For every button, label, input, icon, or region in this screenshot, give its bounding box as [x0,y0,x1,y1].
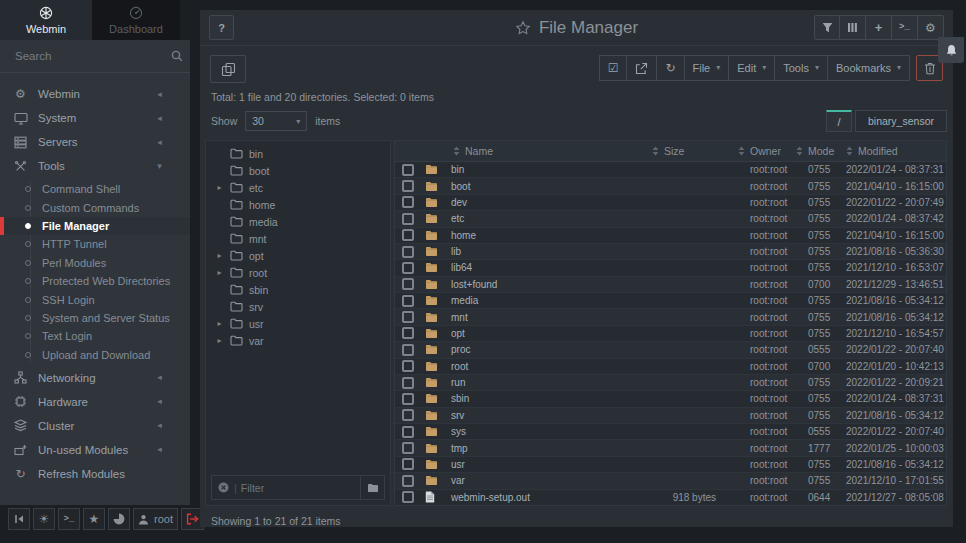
row-checkbox[interactable] [402,344,414,356]
tree-item-bin[interactable]: bin [206,145,390,162]
row-checkbox[interactable] [402,426,414,438]
sidebar-item-servers[interactable]: Servers◂ [0,130,190,154]
path-search-box[interactable]: binary_sensor [855,110,947,132]
row-checkbox[interactable] [402,311,414,323]
language-pie-button[interactable] [108,508,130,530]
tab-dashboard[interactable]: Dashboard [92,0,180,40]
row-checkbox[interactable] [402,213,414,225]
row-checkbox[interactable] [402,409,414,421]
tab-webmin[interactable]: Webmin [0,0,92,40]
chevron-right-icon[interactable]: ▸ [215,184,224,192]
row-checkbox[interactable] [402,246,414,258]
search-input[interactable] [13,49,171,63]
table-row-webmin-setup-out[interactable]: webmin-setup.out 918 bytes root:root 064… [395,490,946,506]
table-row-opt[interactable]: opt root:root 0755 2021/12/10 - 16:54:57 [395,326,946,342]
columns-button[interactable] [840,15,866,40]
row-checkbox[interactable] [402,458,414,470]
row-checkbox[interactable] [402,262,414,274]
tree-item-root[interactable]: ▸ root [206,264,390,281]
favorites-star-button[interactable]: ★ [83,508,105,530]
tree-item-etc[interactable]: ▸ etc [206,179,390,196]
filter-button[interactable] [814,15,840,40]
table-row-etc[interactable]: etc root:root 0755 2022/01/24 - 08:37:42 [395,211,946,227]
row-checkbox[interactable] [402,442,414,454]
user-button[interactable]: root [133,508,178,530]
menu-tools[interactable]: Tools▾ [774,55,827,81]
row-checkbox[interactable] [402,295,414,307]
sidebar-subitem-system-and-server-status[interactable]: System and Server Status [0,309,190,327]
table-row-proc[interactable]: proc root:root 0555 2022/01/22 - 20:07:4… [395,342,946,358]
clear-filter-icon[interactable] [218,482,229,493]
sidebar-subitem-upload-and-download[interactable]: Upload and Download [0,346,190,364]
notifications-tab[interactable] [938,37,964,63]
menu-file[interactable]: File▾ [684,55,729,81]
table-row-boot[interactable]: boot root:root 0755 2021/04/10 - 16:15:0… [395,178,946,194]
row-checkbox[interactable] [402,229,414,241]
column-header-size[interactable]: Size [634,145,722,157]
table-row-bin[interactable]: bin root:root 0755 2022/01/24 - 08:37:31 [395,162,946,178]
row-checkbox[interactable] [402,377,414,389]
tree-item-srv[interactable]: srv [206,298,390,315]
menu-bookmarks[interactable]: Bookmarks▾ [827,55,910,81]
table-row-sys[interactable]: sys root:root 0555 2022/01/22 - 20:07:40 [395,424,946,440]
table-row-var[interactable]: var root:root 0755 2021/12/10 - 17:01:55 [395,473,946,489]
row-checkbox[interactable] [402,360,414,372]
chevron-right-icon[interactable]: ▸ [215,252,224,260]
table-row-tmp[interactable]: tmp root:root 1777 2022/01/25 - 10:00:03 [395,440,946,456]
tree-item-boot[interactable]: boot [206,162,390,179]
table-row-mnt[interactable]: mnt root:root 0755 2021/08/16 - 05:34:12 [395,309,946,325]
column-header-modified[interactable]: Modified [838,145,946,157]
row-checkbox[interactable] [402,164,414,176]
tree-item-sbin[interactable]: sbin [206,281,390,298]
row-checkbox[interactable] [402,491,414,503]
column-header-name[interactable]: Name [451,145,634,157]
terminal-button[interactable]: >_ [58,508,80,530]
sidebar-item-hardware[interactable]: Hardware◂ [0,390,190,414]
tree-folder-button[interactable] [360,476,384,499]
table-row-usr[interactable]: usr root:root 0755 2021/08/16 - 05:34:12 [395,457,946,473]
sidebar-subitem-custom-commands[interactable]: Custom Commands [0,198,190,216]
tree-item-mnt[interactable]: mnt [206,230,390,247]
refresh-button[interactable]: ↻ [656,55,683,81]
table-row-lost-found[interactable]: lost+found root:root 0700 2021/12/29 - 1… [395,277,946,293]
help-button[interactable]: ? [209,15,234,40]
sidebar-subitem-command-shell[interactable]: Command Shell [0,180,190,198]
row-checkbox[interactable] [402,180,414,192]
tree-item-var[interactable]: ▸ var [206,332,390,349]
search-icon[interactable] [171,50,183,62]
share-button[interactable] [626,55,656,81]
sidebar-item-tools[interactable]: Tools▾ [0,154,190,178]
sidebar-item-system[interactable]: System◂ [0,106,190,130]
sidebar-subitem-http-tunnel[interactable]: HTTP Tunnel [0,235,190,253]
row-checkbox[interactable] [402,475,414,487]
chevron-right-icon[interactable]: ▸ [215,337,224,345]
column-header-mode[interactable]: Mode [792,145,838,157]
table-row-root[interactable]: root root:root 0700 2022/01/20 - 10:42:1… [395,359,946,375]
sidebar-item-refresh-modules[interactable]: ↻Refresh Modules [0,462,190,486]
sidebar-subitem-perl-modules[interactable]: Perl Modules [0,254,190,272]
select-all-button[interactable]: ☑ [599,55,627,81]
chevron-right-icon[interactable]: ▸ [215,320,224,328]
row-checkbox[interactable] [402,327,414,339]
menu-edit[interactable]: Edit▾ [728,55,774,81]
row-checkbox[interactable] [402,278,414,290]
favorite-star-icon[interactable] [515,20,531,36]
tree-item-opt[interactable]: ▸ opt [206,247,390,264]
table-row-srv[interactable]: srv root:root 0755 2021/08/16 - 05:34:12 [395,408,946,424]
sidebar-subitem-protected-web-directories[interactable]: Protected Web Directories [0,272,190,290]
add-button[interactable]: + [866,15,892,40]
paste-buffer-button[interactable] [210,55,246,83]
sidebar-item-webmin[interactable]: ⚙Webmin◂ [0,82,190,106]
table-row-lib64[interactable]: lib64 root:root 0755 2021/12/10 - 16:53:… [395,260,946,276]
collapse-sidebar-button[interactable] [8,508,30,530]
row-checkbox[interactable] [402,393,414,405]
theme-sun-button[interactable]: ☀ [33,508,55,530]
table-row-media[interactable]: media root:root 0755 2021/08/16 - 05:34:… [395,293,946,309]
sidebar-item-networking[interactable]: Networking◂ [0,366,190,390]
page-size-select[interactable]: 30 ▾ [245,111,307,131]
tree-item-home[interactable]: home [206,196,390,213]
tree-item-usr[interactable]: ▸ usr [206,315,390,332]
sidebar-subitem-file-manager[interactable]: File Manager [0,217,190,235]
row-checkbox[interactable] [402,196,414,208]
table-row-home[interactable]: home root:root 0755 2021/04/10 - 16:15:0… [395,228,946,244]
